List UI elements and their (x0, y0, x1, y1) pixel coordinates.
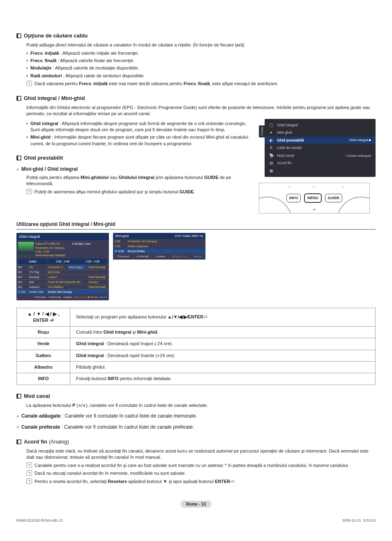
angle-icon (16, 33, 21, 38)
antenna-icon: 📡 (269, 153, 274, 158)
list-item: Ghid integral : Afişează informaţiile de… (26, 121, 251, 133)
shot-title: Ghid integral (16, 233, 109, 241)
table-value: Ghid integral : Derulează rapid înapoi (… (70, 338, 376, 350)
enter-icon: ⏎ (48, 318, 54, 323)
square-icon: ■ (16, 167, 19, 172)
gear-icon: ✲ (269, 146, 274, 151)
channel-mode-intro: La apăsarea butonului P (∧/∨), canalele … (26, 402, 376, 409)
circle-icon: ◯ (269, 123, 274, 128)
square-icon: ■ (16, 413, 19, 419)
sub-item: ■Canale adăugate : Canalele vor fi comut… (16, 413, 376, 420)
section-channel-mode: Mod canal (16, 392, 376, 400)
angle-icon (16, 439, 21, 444)
heading-text: Opţiune de căutare cablu (24, 32, 88, 39)
program-table: 900f tnFreshmen O..Street Hypn..Fără inf… (16, 265, 109, 295)
menu-button: MENU (304, 193, 322, 203)
svg-rect-5 (17, 156, 18, 160)
list-item: Modulaţie : Afişează valorile de modulaţ… (26, 65, 376, 71)
sub-heading: ■Mini-ghid / Ghid integral (16, 166, 251, 173)
table-key: ▲ / ▼ / ◀ / ▶ ,ENTER ⏎ (17, 308, 70, 326)
list-item: Frecv. iniţială : Afişează valorile iniţ… (26, 50, 376, 56)
svg-rect-1 (17, 34, 18, 38)
label-icon: ▭ (342, 185, 345, 189)
full-guide-screenshot: Ghid integral Cablu DTV 900 f tn2:10 Ma … (16, 233, 109, 300)
section-guide: Ghid integral / Mini-ghid (16, 95, 376, 102)
table-value: Ghid integral : Derulează rapid înainte … (70, 350, 376, 361)
section-fine-tune: Acord fin (Analog) (16, 438, 376, 446)
info-button: INFO (286, 194, 301, 202)
section-cable-search-option: Opţiune de căutare cablu (16, 32, 376, 39)
angle-icon (16, 96, 21, 101)
svg-rect-9 (17, 440, 18, 444)
table-key: Albastru (17, 361, 70, 373)
dot-icon: ● (269, 130, 274, 135)
sub-item: ■Canale preferate : Canalele vor fi comu… (16, 424, 376, 431)
cable-options-list: Frecv. iniţială : Afişează valorile iniţ… (26, 50, 376, 79)
table-key: Galben (17, 350, 70, 361)
thumbnail (18, 242, 34, 253)
angle-icon (16, 394, 21, 399)
table-value: Selectaţi un program prin apăsarea buton… (70, 308, 376, 326)
table-value: Folosiţi butonul INFO pentru informaţii … (70, 373, 376, 385)
remote-note-icon: ☈ (26, 189, 32, 194)
guide-intro: Informaţiile din Ghidul electronic al pr… (26, 104, 376, 117)
channel-menu-diagram: Canal ◯Ghid integral ●Mini-ghid ◐Ghid pr… (265, 119, 376, 177)
table-key: INFO (17, 373, 70, 385)
table-key: Verde (17, 338, 70, 350)
menu-item-label: Mod canal (277, 153, 294, 158)
globe-icon: ◐ (269, 138, 274, 143)
guide-controls-table: ▲ / ▼ / ◀ / ▶ ,ENTER ⏎ Selectaţi un prog… (16, 308, 376, 385)
svg-rect-3 (17, 96, 18, 100)
svg-rect-7 (17, 394, 18, 398)
tab: Astăzi (18, 259, 47, 265)
tab: 3:00 - 4:00 (78, 259, 107, 265)
return-icon: ↶ (313, 208, 316, 212)
label-icon: ▭ (288, 185, 291, 189)
note-icon: ✎ (26, 478, 32, 484)
note-icon: ✎ (26, 470, 32, 476)
fine-tune-intro: Dacă recepţia este clară, nu trebuie să … (26, 448, 376, 461)
heading-text: Ghid integral / Mini-ghid (24, 95, 85, 102)
note-icon: ✎ (26, 81, 32, 86)
remote-diagram: ▭ ▭ ▭ ▭ ▭ INFO MENU GUIDE ↶ (259, 183, 370, 214)
fine-tune-note-2: ✎Dacă nu stocaţi canalul acordat fin în … (26, 470, 376, 476)
table-value: Comută între Ghid integral şi Mini-ghid. (70, 326, 376, 338)
fine-tune-note-1: ✎Canalele pentru care s-a realizat acord… (26, 462, 376, 469)
tune-icon: ▤ (269, 161, 274, 166)
menu-item-selected: ◐Ghid prestabilit: Ghid integral ▶ (265, 137, 376, 144)
usage-heading: Utilizarea opţiunii Ghid integral / Mini… (16, 221, 376, 230)
square-icon: ■ (16, 424, 19, 430)
cable-intro: Puteţi adăuga direct intervalul de căuta… (26, 42, 376, 48)
note-icon: ✎ (26, 462, 32, 468)
table-value: Părăsiţi ghidul. (70, 361, 376, 373)
enter-icon: ⏎ (203, 314, 208, 320)
guide-bullets: Ghid integral : Afişează informaţiile de… (26, 121, 251, 147)
list-item: Frecv. finală : Afişează valorile finale… (26, 58, 376, 64)
table-key: Roşu (17, 326, 70, 338)
print-meta: BN68-02331B-ROM.indb 132009-10-21 ￼ 9:53… (16, 518, 376, 523)
menu-item-label: Acord fin (277, 160, 292, 166)
menu-item-label: Mini-ghid (277, 130, 292, 135)
section-default-guide: Ghid prestabilit (16, 154, 251, 162)
mini-guide-screenshot: Mini-ghidDTV Cablu 900 f tn 2:00Freshmen… (113, 233, 205, 300)
page-footer: Rome - 13 (16, 501, 376, 507)
tab: 2:00 - 3:00 (48, 259, 77, 265)
menu-item-label: Ghid integral (277, 123, 298, 128)
menu-item-label: Listă de canale (277, 145, 302, 151)
default-guide-text: Puteţi opta pentru afişarea Mini-ghidulu… (26, 174, 251, 187)
list-item: Mini-ghid : Informaţiile despre fiecare … (26, 134, 251, 147)
label-icon: ▭ (313, 185, 316, 189)
cable-note: ✎ Dacă valoarea pentru Frecv. iniţială e… (26, 81, 376, 87)
list-item: Rată simboluri : Afişează ratele de simb… (26, 73, 376, 79)
menu-tab-label: Canal (259, 125, 265, 137)
angle-icon (16, 156, 21, 160)
enter-icon: ⏎ (230, 479, 234, 484)
heading-text: Mod canal (24, 392, 50, 400)
guide-button: GUIDE (325, 194, 343, 202)
default-guide-note: ☈ Puteţi de asemenea afişa meniul ghidul… (26, 189, 251, 195)
fine-tune-note-3: ✎ Pentru a reseta acordul fin, selectaţi… (26, 478, 376, 485)
square-icon: ▦ (269, 168, 274, 173)
heading-text: Ghid prestabilit (24, 154, 63, 162)
